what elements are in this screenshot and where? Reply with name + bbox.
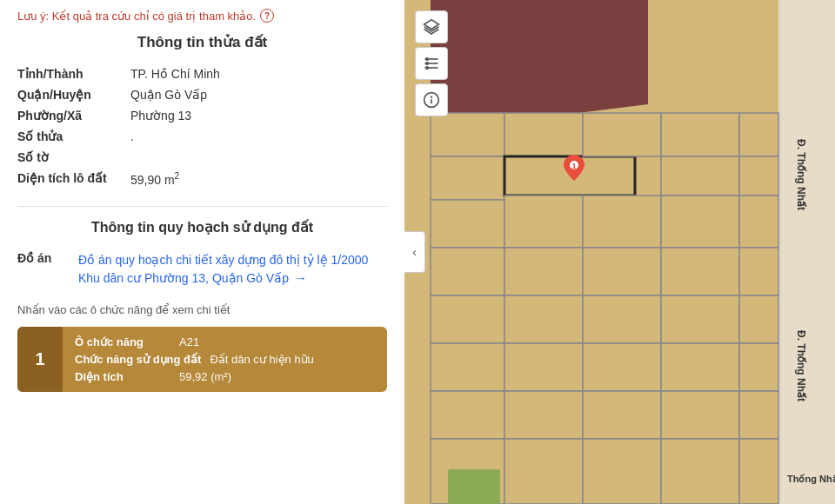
layers-button[interactable] xyxy=(415,10,448,43)
svg-rect-19 xyxy=(504,439,583,504)
svg-rect-4 xyxy=(431,113,504,156)
table-row: Số thửa . xyxy=(17,126,387,147)
collapse-button[interactable]: ‹ xyxy=(404,231,425,273)
svg-rect-38 xyxy=(739,248,778,295)
svg-rect-6 xyxy=(431,200,504,248)
zone-value-1: A21 xyxy=(179,335,199,348)
field-label: Số thửa xyxy=(17,126,130,147)
svg-rect-32 xyxy=(661,343,739,391)
table-row: Diện tích lô đất 59,90 m2 xyxy=(17,168,387,190)
svg-rect-39 xyxy=(739,295,778,343)
table-row: Tỉnh/Thành TP. Hồ Chí Minh xyxy=(17,63,387,84)
svg-rect-8 xyxy=(431,295,504,343)
svg-rect-17 xyxy=(504,343,583,391)
svg-rect-22 xyxy=(583,248,661,295)
svg-rect-10 xyxy=(431,391,504,439)
svg-point-55 xyxy=(426,67,429,70)
svg-rect-35 xyxy=(739,113,778,156)
svg-rect-34 xyxy=(661,439,739,504)
warning-icon: ? xyxy=(260,9,274,23)
svg-text:1: 1 xyxy=(571,162,576,170)
svg-text:Thống Nhất: Thống Nhất xyxy=(787,474,835,484)
map-toolbar xyxy=(415,10,448,116)
svg-rect-20 xyxy=(583,113,661,156)
svg-rect-31 xyxy=(661,295,739,343)
arrow-icon: → xyxy=(295,269,307,288)
svg-rect-27 xyxy=(661,113,739,156)
svg-rect-15 xyxy=(504,248,583,295)
chevron-left-icon: ‹ xyxy=(412,245,417,259)
svg-text:Đ. Thống Nhất: Đ. Thống Nhất xyxy=(795,330,807,401)
svg-rect-37 xyxy=(739,196,778,248)
svg-rect-42 xyxy=(739,439,778,504)
svg-rect-43 xyxy=(448,469,500,504)
field-value xyxy=(130,147,387,168)
land-info-title: Thông tin thửa đất xyxy=(17,33,387,51)
do-an-link[interactable]: Đồ án quy hoạch chi tiết xây dựng đô thị… xyxy=(78,253,368,285)
svg-rect-36 xyxy=(739,156,778,196)
warning-text: Lưu ý: Kết quả tra cứu chỉ có giá trị th… xyxy=(17,10,256,23)
field-value: TP. Hồ Chí Minh xyxy=(130,63,387,84)
table-row: Quận/Huyện Quận Gò Vấp xyxy=(17,84,387,105)
do-an-label: Đồ án xyxy=(17,248,78,291)
zone-number: 1 xyxy=(17,327,63,392)
svg-rect-16 xyxy=(504,295,583,343)
svg-rect-33 xyxy=(661,391,739,439)
field-label: Quận/Huyện xyxy=(17,84,130,105)
svg-rect-30 xyxy=(661,248,739,295)
svg-rect-24 xyxy=(583,343,661,391)
zone-row-1: Ô chức năng A21 xyxy=(75,335,375,348)
map-panel: 1 Đ. Thống Nhất Đ. Thống Nhất Thống Nhất xyxy=(404,0,835,504)
field-label: Số tờ xyxy=(17,147,130,168)
table-row: Số tờ xyxy=(17,147,387,168)
field-label: Diện tích lô đất xyxy=(17,168,130,190)
zone-value-3: 59,92 (m²) xyxy=(179,370,231,383)
svg-point-53 xyxy=(426,58,429,61)
zone-row-3: Diện tích 59,92 (m²) xyxy=(75,370,375,383)
zone-details: Ô chức năng A21 Chức năng sử dụng đất Đấ… xyxy=(63,327,387,392)
svg-rect-7 xyxy=(431,248,504,295)
svg-rect-2 xyxy=(778,0,835,504)
table-row: Phường/Xã Phường 13 xyxy=(17,105,387,126)
svg-rect-21 xyxy=(583,196,661,248)
warning-bar: Lưu ý: Kết quả tra cứu chỉ có giá trị th… xyxy=(17,9,387,23)
svg-rect-14 xyxy=(504,196,583,248)
svg-rect-18 xyxy=(504,391,583,439)
svg-rect-26 xyxy=(583,439,661,504)
svg-rect-25 xyxy=(583,391,661,439)
zone-label-3: Diện tích xyxy=(75,370,170,383)
field-value: Quận Gò Vấp xyxy=(130,84,387,105)
zone-label-1: Ô chức năng xyxy=(75,335,170,348)
field-value: 59,90 m2 xyxy=(130,168,387,190)
zone-value-2: Đất dân cư hiện hữu xyxy=(210,353,313,366)
field-label: Phường/Xã xyxy=(17,105,130,126)
zoning-title: Thông tin quy hoạch sử dụng đất xyxy=(17,219,387,235)
svg-rect-5 xyxy=(431,156,504,200)
map-svg: 1 Đ. Thống Nhất Đ. Thống Nhất Thống Nhất xyxy=(404,0,835,504)
land-info-table: Tỉnh/Thành TP. Hồ Chí Minh Quận/Huyện Qu… xyxy=(17,63,387,190)
svg-point-54 xyxy=(426,63,429,65)
svg-rect-23 xyxy=(583,295,661,343)
info-button[interactable] xyxy=(415,83,448,116)
svg-rect-12 xyxy=(504,113,583,156)
field-value: Phường 13 xyxy=(130,105,387,126)
zone-card[interactable]: 1 Ô chức năng A21 Chức năng sử dụng đất … xyxy=(17,327,387,392)
svg-marker-1 xyxy=(431,0,648,113)
divider xyxy=(17,206,387,207)
svg-rect-29 xyxy=(661,196,739,248)
svg-rect-28 xyxy=(661,156,739,196)
svg-rect-40 xyxy=(739,343,778,391)
svg-rect-41 xyxy=(739,391,778,439)
svg-text:Đ. Thống Nhất: Đ. Thống Nhất xyxy=(795,139,807,210)
list-button[interactable] xyxy=(415,47,448,80)
zone-row-2: Chức năng sử dụng đất Đất dân cư hiện hữ… xyxy=(75,353,375,366)
zone-label-2: Chức năng sử dụng đất xyxy=(75,353,201,366)
left-panel: Lưu ý: Kết quả tra cứu chỉ có giá trị th… xyxy=(0,0,404,504)
table-row: Đồ án Đồ án quy hoạch chi tiết xây dựng … xyxy=(17,248,387,291)
field-label: Tỉnh/Thành xyxy=(17,63,130,84)
hint-text: Nhấn vào các ô chức năng để xem chi tiết xyxy=(17,303,387,316)
field-value: . xyxy=(130,126,387,147)
zoning-table: Đồ án Đồ án quy hoạch chi tiết xây dựng … xyxy=(17,248,387,291)
svg-rect-9 xyxy=(431,343,504,391)
